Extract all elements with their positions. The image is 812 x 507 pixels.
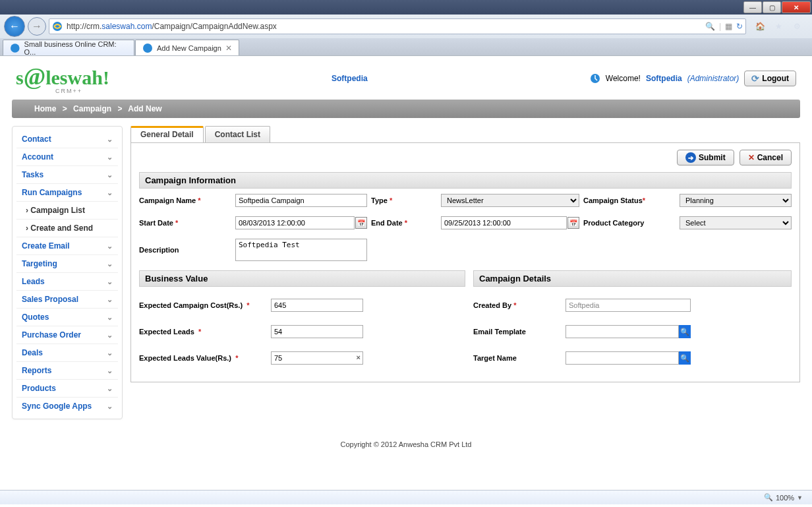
email-template-label: Email Template bbox=[473, 328, 566, 336]
svg-point-2 bbox=[143, 44, 152, 53]
zoom-level[interactable]: 100% bbox=[776, 494, 794, 502]
user-link[interactable]: Softpedia bbox=[646, 74, 682, 83]
status-select[interactable]: Planning bbox=[680, 194, 792, 207]
end-date-input[interactable] bbox=[441, 216, 567, 229]
created-by-input bbox=[566, 299, 691, 312]
section-business-value: Business Value bbox=[139, 270, 465, 287]
header-link[interactable]: Softpedia bbox=[332, 74, 368, 83]
logo[interactable]: s@leswah! CRM++ bbox=[16, 63, 109, 94]
chevron-down-icon: ⌄ bbox=[107, 260, 113, 268]
sidebar-item-products[interactable]: Products⌄ bbox=[16, 380, 118, 398]
logout-icon: ⟳ bbox=[751, 73, 759, 84]
browser-tab-1[interactable]: Small business Online CRM: O... bbox=[3, 40, 134, 55]
start-date-input[interactable] bbox=[235, 216, 355, 229]
section-campaign-details: Campaign Details bbox=[473, 270, 792, 287]
sidebar-item-purchase-order[interactable]: Purchase Order⌄ bbox=[16, 326, 118, 344]
sidebar-sub-create-send[interactable]: Create and Send bbox=[16, 220, 118, 237]
sidebar-sub-campaign-list[interactable]: Campaign List bbox=[16, 202, 118, 220]
description-textarea[interactable]: Softpedia Test bbox=[235, 239, 367, 261]
favorites-icon[interactable]: ★ bbox=[772, 20, 784, 32]
refresh-sync-icon[interactable] bbox=[590, 73, 600, 84]
chevron-down-icon: ⌄ bbox=[107, 295, 113, 304]
calendar-icon[interactable]: 📅 bbox=[355, 217, 367, 229]
zoom-dropdown-icon[interactable]: ▼ bbox=[797, 494, 803, 501]
target-name-label: Target Name bbox=[473, 354, 566, 362]
browser-tab-2[interactable]: Add New Campaign ✕ bbox=[135, 40, 239, 55]
sidebar-item-tasks[interactable]: Tasks⌄ bbox=[16, 166, 118, 184]
sidebar-item-leads[interactable]: Leads⌄ bbox=[16, 273, 118, 291]
type-select[interactable]: NewsLetter bbox=[441, 194, 579, 207]
submit-button[interactable]: ➔Submit bbox=[677, 150, 734, 165]
tab-contact-list[interactable]: Contact List bbox=[205, 126, 270, 142]
sidebar-item-reports[interactable]: Reports⌄ bbox=[16, 362, 118, 380]
campaign-name-label: Campaign Name * bbox=[139, 196, 231, 204]
description-label: Description bbox=[139, 246, 231, 254]
leads-label: Expected Leads * bbox=[139, 328, 271, 336]
section-campaign-info: Campaign Information bbox=[139, 172, 792, 189]
chevron-down-icon: ⌄ bbox=[107, 171, 113, 179]
chevron-down-icon: ⌄ bbox=[107, 278, 113, 286]
cancel-button[interactable]: ✕Cancel bbox=[740, 150, 792, 165]
home-icon[interactable]: 🏠 bbox=[754, 20, 766, 32]
svg-point-1 bbox=[11, 44, 20, 53]
close-tab-icon[interactable]: ✕ bbox=[225, 44, 232, 53]
chevron-down-icon: ⌄ bbox=[107, 313, 113, 322]
browser-status-bar: 🔍 100% ▼ bbox=[0, 490, 812, 504]
sidebar-item-sync-google[interactable]: Sync Google Apps⌄ bbox=[16, 398, 118, 415]
ie-icon bbox=[52, 21, 63, 32]
browser-forward-button[interactable]: → bbox=[28, 17, 46, 36]
sidebar-item-campaigns[interactable]: Run Campaigns⌄ bbox=[16, 184, 118, 202]
arrow-right-icon: ➔ bbox=[685, 152, 696, 163]
tab-general-detail[interactable]: General Detail bbox=[130, 126, 204, 142]
status-label: Campaign Status* bbox=[583, 196, 676, 204]
email-template-input[interactable] bbox=[566, 325, 679, 338]
created-by-label: Created By * bbox=[473, 301, 566, 309]
breadcrumb: Home > Campaign > Add New bbox=[12, 100, 800, 118]
leads-value-input[interactable] bbox=[271, 351, 363, 365]
sidebar-item-contact[interactable]: Contact⌄ bbox=[16, 131, 118, 148]
sidebar-item-targeting[interactable]: Targeting⌄ bbox=[16, 255, 118, 273]
chevron-down-icon: ⌄ bbox=[107, 153, 113, 162]
target-name-input[interactable] bbox=[566, 351, 679, 365]
sidebar-item-deals[interactable]: Deals⌄ bbox=[16, 344, 118, 362]
zoom-icon[interactable]: 🔍 bbox=[764, 493, 773, 502]
chevron-down-icon: ⌄ bbox=[107, 367, 113, 375]
url-options-icon[interactable]: ▦ bbox=[725, 22, 732, 31]
logout-button[interactable]: ⟳ Logout bbox=[744, 71, 796, 86]
chevron-down-icon: ⌄ bbox=[107, 349, 113, 357]
chevron-down-icon: ⌄ bbox=[107, 135, 113, 144]
url-bar[interactable]: http://crm.saleswah.com/Campaign/Campaig… bbox=[49, 18, 746, 34]
breadcrumb-item[interactable]: Home bbox=[34, 104, 56, 113]
refresh-icon[interactable]: ↻ bbox=[736, 22, 743, 31]
sidebar-item-account[interactable]: Account⌄ bbox=[16, 148, 118, 166]
window-close-button[interactable]: ✕ bbox=[782, 1, 811, 13]
settings-gear-icon[interactable]: ⚙ bbox=[791, 20, 803, 32]
sidebar-item-create-email[interactable]: Create Email⌄ bbox=[16, 237, 118, 255]
window-minimize-button[interactable]: — bbox=[743, 1, 762, 13]
sidebar: Contact⌄ Account⌄ Tasks⌄ Run Campaigns⌄ … bbox=[12, 126, 123, 419]
leads-input[interactable] bbox=[271, 325, 363, 338]
ie-icon bbox=[142, 43, 153, 53]
clear-icon[interactable]: × bbox=[357, 353, 361, 361]
end-date-label: End Date * bbox=[371, 219, 437, 227]
chevron-down-icon: ⌄ bbox=[107, 384, 113, 393]
search-icon[interactable]: 🔍 bbox=[705, 22, 715, 31]
ie-icon bbox=[10, 43, 20, 53]
footer-copyright: Copyright © 2012 Anwesha CRM Pvt Ltd bbox=[0, 427, 812, 462]
chevron-down-icon: ⌄ bbox=[107, 402, 113, 411]
type-label: Type * bbox=[371, 196, 437, 204]
calendar-icon[interactable]: 📅 bbox=[567, 217, 579, 229]
chevron-down-icon: ⌄ bbox=[107, 189, 113, 197]
cost-input[interactable] bbox=[271, 299, 363, 312]
campaign-name-input[interactable] bbox=[235, 194, 367, 207]
product-category-select[interactable]: Select bbox=[680, 216, 792, 229]
sidebar-item-sales-proposal[interactable]: Sales Proposal⌄ bbox=[16, 291, 118, 309]
lookup-icon[interactable]: 🔍 bbox=[679, 351, 691, 365]
lookup-icon[interactable]: 🔍 bbox=[679, 325, 691, 338]
cancel-icon: ✕ bbox=[748, 153, 755, 162]
tab-label: Small business Online CRM: O... bbox=[24, 40, 127, 56]
breadcrumb-item[interactable]: Campaign bbox=[73, 104, 111, 113]
sidebar-item-quotes[interactable]: Quotes⌄ bbox=[16, 309, 118, 326]
browser-back-button[interactable]: ← bbox=[4, 16, 25, 37]
window-maximize-button[interactable]: ▢ bbox=[763, 1, 781, 13]
